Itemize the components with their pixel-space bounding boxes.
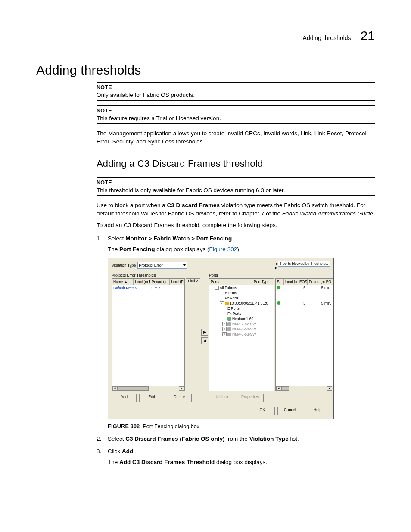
page-left-icon[interactable]: ◀	[275, 262, 277, 266]
col-period[interactable]: Period (m-EO	[308, 279, 333, 285]
status-ok-icon	[277, 301, 280, 305]
note-end-rule	[97, 123, 375, 124]
note-rule	[97, 177, 375, 178]
content-column: NOTE Only available for Fabric OS produc…	[97, 82, 375, 465]
page-right-icon[interactable]: ▶	[275, 266, 277, 270]
node-icon	[225, 302, 229, 305]
status-row[interactable]: 55 min.	[276, 301, 333, 306]
thresholds-table[interactable]: Name ▲ Limit (m-EOS) Period (m-EOS) Limi…	[112, 278, 185, 391]
expand-icon[interactable]: -	[220, 301, 224, 305]
h-scrollbar[interactable]: ◂▸	[112, 386, 184, 391]
status-row[interactable]: 55 min.	[276, 285, 333, 290]
heading-2: Adding a C3 Discard Frames threshold	[97, 158, 375, 169]
add-button[interactable]: Add	[112, 394, 137, 402]
tree-node[interactable]: E Ports	[209, 306, 274, 311]
unblock-button[interactable]: Unblock	[209, 394, 234, 402]
running-title: Adding thresholds	[303, 34, 351, 41]
tree-node[interactable]: Neptune1-60	[209, 316, 274, 321]
tree-node[interactable]: +NMA-1-50-SW	[209, 327, 274, 332]
col-port-type[interactable]: Port Type	[252, 279, 274, 285]
ports-tree[interactable]: Ports Port Type -All FabricsE PortsFx Po…	[209, 278, 274, 391]
paragraph: Use to block a port when a C3 Discard Fr…	[97, 202, 375, 218]
tree-node[interactable]: -10:00:00:05:1E:41:3E:0	[209, 301, 274, 306]
expand-icon[interactable]: +	[222, 327, 227, 331]
ports-title: Ports	[209, 273, 333, 277]
note-body: This feature requires a Trial or License…	[97, 115, 375, 123]
step-1: 1. Select Monitor > Fabric Watch > Port …	[97, 235, 375, 242]
status-row[interactable]	[276, 296, 333, 301]
figure-ref[interactable]: Figure 302	[209, 246, 237, 252]
expand-icon[interactable]: +	[222, 322, 227, 326]
violation-type-label: Violation Type	[112, 263, 136, 268]
step-3: 3. Click Add.	[97, 448, 375, 454]
node-icon	[227, 317, 231, 321]
col-status[interactable]: S..	[276, 279, 284, 285]
col-limit-meos[interactable]: Limit (m-EOS)	[134, 279, 150, 285]
paragraph: The Management application allows you to…	[97, 130, 375, 146]
blocked-count: 5 ports blocked by thresholds.	[278, 261, 330, 267]
delete-button[interactable]: Delete	[167, 394, 192, 402]
step-3-result: The Add C3 Discard Frames Threshold dial…	[108, 459, 375, 465]
node-icon	[227, 327, 231, 331]
running-header: Adding thresholds 21	[303, 28, 375, 43]
port-fencing-dialog: Violation Type Protocol Error ◀ ▶ 5 port…	[108, 258, 334, 419]
edit-button[interactable]: Edit	[139, 394, 164, 402]
heading-1: Adding thresholds	[36, 63, 375, 78]
col-period-meos[interactable]: Period (m-EOS)	[150, 279, 170, 285]
paragraph: To add an C3 Discard Frames threshold, c…	[97, 221, 375, 230]
expand-icon[interactable]: +	[222, 332, 227, 336]
note-end-rule	[97, 195, 375, 196]
page: Adding thresholds 21 Adding thresholds N…	[0, 0, 411, 532]
node-icon	[227, 333, 231, 336]
col-limit-fos[interactable]: Limit (FOS)	[170, 279, 184, 285]
note-label: NOTE	[97, 180, 375, 186]
ok-button[interactable]: OK	[250, 407, 275, 415]
tree-node[interactable]: Fx Ports	[209, 296, 274, 301]
assign-left-button[interactable]: ◀	[201, 337, 208, 344]
note-label: NOTE	[97, 84, 375, 90]
figure-caption: FIGURE 302 Port Fencing dialog box	[108, 423, 375, 429]
note-body: Only available for Fabric OS products.	[97, 91, 375, 100]
tree-node[interactable]: Fx Ports	[209, 311, 274, 316]
ports-status-table[interactable]: S.. Limit (m-EOS) Period (m-EO 55 min.55…	[275, 278, 333, 391]
node-icon	[227, 322, 231, 326]
cancel-button[interactable]: Cancel	[277, 407, 302, 415]
col-name[interactable]: Name ▲	[112, 279, 134, 285]
help-button[interactable]: Help	[305, 407, 330, 415]
note-rule	[97, 105, 375, 106]
find-button[interactable]: Find >	[186, 278, 200, 285]
h-scrollbar[interactable]: ◂▸	[276, 386, 333, 391]
status-row[interactable]	[276, 290, 333, 296]
properties-button[interactable]: Properties	[237, 394, 264, 402]
tree-node[interactable]: E Ports	[209, 290, 274, 296]
chapter-number: 21	[361, 28, 375, 43]
note-body: This threshold is only available for Fab…	[97, 187, 375, 195]
step-2: 2. Select C3 Discard Frames (Fabric OS o…	[97, 436, 375, 442]
note-end-rule	[97, 100, 375, 101]
tree-node[interactable]: -All Fabrics	[209, 285, 274, 290]
note-rule	[97, 82, 375, 83]
expand-icon[interactable]: -	[215, 286, 219, 290]
col-ports[interactable]: Ports	[209, 279, 252, 285]
threshold-row[interactable]: Default Protocol Er... 5 5 min.	[112, 285, 184, 291]
violation-type-select[interactable]: Protocol Error	[137, 262, 187, 269]
col-limit[interactable]: Limit (m-EOS)	[284, 279, 308, 285]
thresholds-title: Protocol Error Thresholds	[112, 273, 200, 277]
step-1-result: The Port Fencing dialog box displays (Fi…	[108, 246, 375, 252]
status-ok-icon	[277, 286, 280, 289]
note-label: NOTE	[97, 108, 375, 114]
chevron-down-icon	[183, 264, 186, 266]
tree-node[interactable]: +NMA-3-53-SW	[209, 332, 274, 337]
assign-right-button[interactable]: ▶	[201, 329, 208, 336]
tree-node[interactable]: +NMA-2-52-SW	[209, 321, 274, 327]
